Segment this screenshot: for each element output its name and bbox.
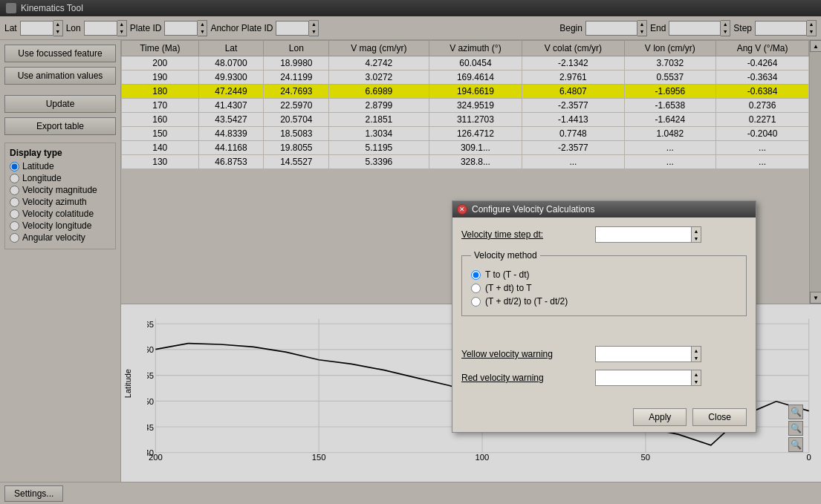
- vts-down[interactable]: ▼: [692, 235, 701, 242]
- modal-title-bar: ✕ Configure Velocity Calculations: [452, 201, 756, 217]
- red-down[interactable]: ▼: [692, 378, 701, 385]
- vmethod-radio-1[interactable]: [471, 270, 481, 280]
- modal-body: Velocity time step dt: 10.00 Ma ▲ ▼ Velo…: [452, 217, 756, 402]
- yellow-up[interactable]: ▲: [692, 347, 701, 354]
- modal-footer: Apply Close: [452, 402, 756, 432]
- velocity-method-t-to-t-dt[interactable]: T to (T - dt): [471, 269, 737, 280]
- velocity-method-t-dt-to-t[interactable]: (T + dt) to T: [471, 283, 737, 293]
- modal-close-icon[interactable]: ✕: [457, 204, 467, 215]
- red-warning-row: Red velocity warning 30.00 cm/yr ▲ ▼: [461, 370, 747, 386]
- apply-button[interactable]: Apply: [633, 408, 687, 426]
- velocity-method-t-dt2[interactable]: (T + dt/2) to (T - dt/2): [471, 296, 737, 307]
- vmethod-label-1: T to (T - dt): [485, 269, 530, 280]
- velocity-time-step-spinbox[interactable]: 10.00 Ma ▲ ▼: [595, 226, 701, 243]
- vmethod-radio-2[interactable]: [471, 284, 481, 293]
- yellow-warning-input[interactable]: 6.00 cm/yr: [595, 346, 692, 362]
- close-button[interactable]: Close: [692, 408, 747, 426]
- yellow-warning-label: Yellow velocity warning: [461, 349, 595, 359]
- yellow-warning-spinbox[interactable]: 6.00 cm/yr ▲ ▼: [595, 346, 701, 362]
- velocity-method-group: Velocity method T to (T - dt) (T + dt) t…: [461, 250, 747, 316]
- vts-up[interactable]: ▲: [692, 227, 701, 235]
- red-warning-spinbox[interactable]: 30.00 cm/yr ▲ ▼: [595, 370, 701, 386]
- vmethod-label-2: (T + dt) to T: [485, 283, 532, 293]
- red-up[interactable]: ▲: [692, 370, 701, 378]
- velocity-method-legend: Velocity method: [471, 250, 540, 261]
- vmethod-radio-3[interactable]: [471, 297, 481, 307]
- yellow-down[interactable]: ▼: [692, 354, 701, 361]
- modal-title: Configure Velocity Calculations: [472, 204, 594, 215]
- vmethod-label-3: (T + dt/2) to (T - dt/2): [485, 296, 568, 307]
- velocity-time-step-input[interactable]: 10.00 Ma: [595, 226, 692, 243]
- red-warning-input[interactable]: 30.00 cm/yr: [595, 370, 692, 386]
- configure-velocity-dialog: ✕ Configure Velocity Calculations Veloci…: [452, 200, 756, 433]
- red-warning-label: Red velocity warning: [461, 373, 595, 383]
- velocity-time-step-row: Velocity time step dt: 10.00 Ma ▲ ▼: [461, 226, 747, 243]
- velocity-time-step-label: Velocity time step dt:: [461, 229, 595, 240]
- yellow-warning-row: Yellow velocity warning 6.00 cm/yr ▲ ▼: [461, 346, 747, 362]
